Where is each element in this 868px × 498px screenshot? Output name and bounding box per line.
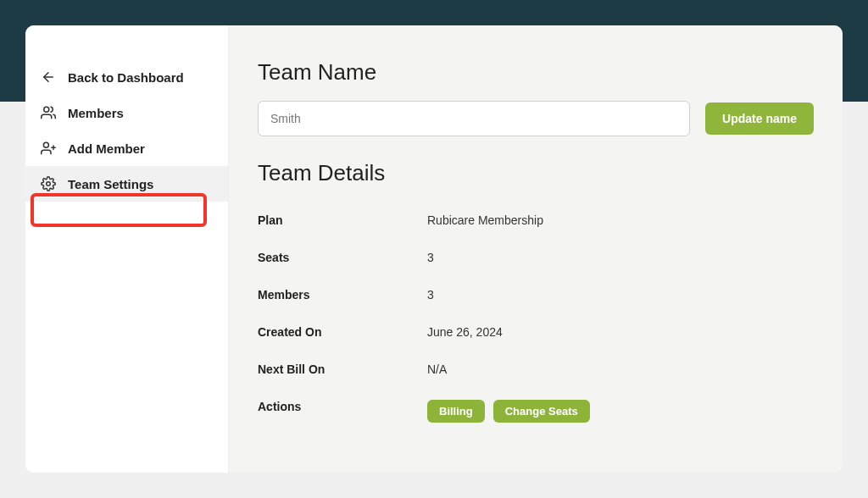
sidebar: Back to Dashboard Members Add Member Tea…: [25, 25, 229, 473]
sidebar-label-back: Back to Dashboard: [68, 70, 184, 85]
arrow-left-icon: [41, 69, 56, 85]
value-next-bill: N/A: [427, 362, 447, 376]
sidebar-label-add-member: Add Member: [68, 141, 145, 156]
heading-team-name: Team Name: [258, 59, 814, 86]
billing-button[interactable]: Billing: [427, 400, 485, 423]
settings-panel: Back to Dashboard Members Add Member Tea…: [25, 25, 843, 473]
label-members: Members: [258, 288, 427, 302]
gear-icon: [41, 176, 56, 191]
value-created: June 26, 2024: [427, 325, 503, 339]
row-actions: Actions Billing Change Seats: [258, 388, 814, 434]
update-name-button[interactable]: Update name: [705, 102, 814, 135]
label-seats: Seats: [258, 251, 427, 264]
svg-point-5: [47, 182, 51, 186]
value-plan: Rubicare Membership: [427, 213, 543, 227]
users-icon: [41, 105, 56, 120]
label-created: Created On: [258, 325, 427, 339]
label-next-bill: Next Bill On: [258, 362, 427, 376]
svg-point-1: [44, 107, 49, 112]
team-name-input[interactable]: [258, 101, 690, 136]
row-created: Created On June 26, 2024: [258, 313, 814, 351]
user-plus-icon: [41, 141, 56, 156]
row-seats: Seats 3: [258, 239, 814, 276]
svg-point-2: [43, 142, 48, 147]
value-actions: Billing Change Seats: [427, 400, 590, 423]
sidebar-item-add-member[interactable]: Add Member: [25, 130, 228, 166]
main-content: Team Name Update name Team Details Plan …: [229, 25, 843, 473]
sidebar-item-members[interactable]: Members: [25, 95, 228, 130]
value-seats: 3: [427, 251, 434, 264]
sidebar-item-back[interactable]: Back to Dashboard: [25, 59, 228, 95]
sidebar-label-team-settings: Team Settings: [68, 177, 153, 191]
label-plan: Plan: [258, 213, 427, 227]
heading-team-details: Team Details: [258, 160, 814, 186]
label-actions: Actions: [258, 400, 427, 423]
sidebar-label-members: Members: [68, 106, 124, 120]
value-members: 3: [427, 288, 434, 302]
row-plan: Plan Rubicare Membership: [258, 202, 814, 239]
row-next-bill: Next Bill On N/A: [258, 351, 814, 388]
row-members: Members 3: [258, 276, 814, 313]
team-name-row: Update name: [258, 101, 814, 136]
sidebar-item-team-settings[interactable]: Team Settings: [25, 166, 228, 202]
change-seats-button[interactable]: Change Seats: [493, 400, 590, 423]
